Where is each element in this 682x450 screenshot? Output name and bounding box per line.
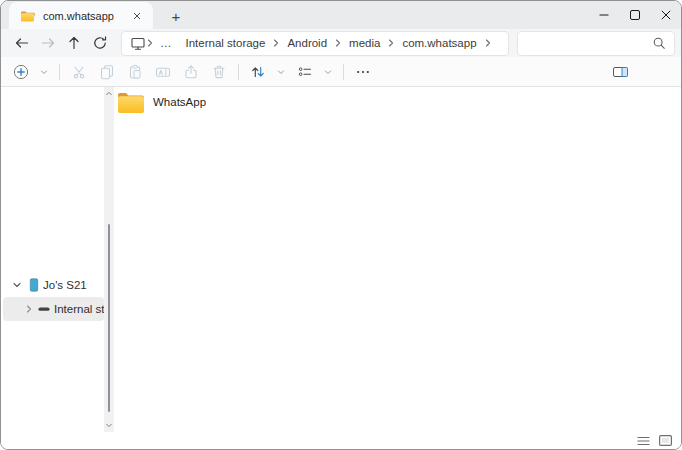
delete-button[interactable] (205, 60, 233, 84)
sidebar-scrollbar[interactable] (104, 87, 114, 432)
monitor-icon[interactable] (130, 36, 146, 51)
toolbar-separator (343, 64, 344, 80)
navigation-bar: … Internal storage Android media com.wha… (1, 29, 681, 57)
refresh-icon (92, 35, 108, 51)
rename-icon (155, 64, 171, 80)
folder-icon (20, 10, 35, 22)
new-button[interactable] (7, 60, 54, 84)
copy-button[interactable] (93, 60, 121, 84)
chevron-right-icon[interactable] (24, 304, 34, 314)
search-icon (652, 36, 666, 50)
view-options-icon (297, 64, 313, 80)
maximize-icon (630, 10, 640, 20)
new-plus-icon (13, 64, 29, 80)
chevron-right-icon (272, 38, 280, 48)
sort-icon (250, 64, 266, 80)
sort-button[interactable] (244, 60, 291, 84)
sidebar-item-internal-storage[interactable]: Internal storage (3, 297, 104, 321)
details-view-button[interactable] (637, 436, 650, 446)
chevron-right-icon (484, 38, 492, 48)
arrow-up-icon (66, 35, 82, 51)
rename-button[interactable] (149, 60, 177, 84)
file-list-pane: WhatsApp (104, 87, 681, 432)
minimize-icon (599, 10, 609, 20)
sidebar-item-device[interactable]: Jo's S21 (3, 273, 104, 297)
view-button[interactable] (291, 60, 338, 84)
window-controls (588, 1, 681, 29)
titlebar: com.whatsapp + (1, 1, 681, 29)
address-bar[interactable]: … Internal storage Android media com.wha… (121, 31, 509, 56)
details-view-icon (637, 436, 650, 446)
content-area: Jo's S21 Internal storage (1, 87, 681, 432)
scroll-down-icon[interactable] (106, 423, 112, 428)
close-icon (661, 10, 671, 20)
clipboard-icon (127, 64, 143, 80)
up-button[interactable] (61, 31, 87, 55)
breadcrumb-overflow[interactable]: … (154, 37, 179, 49)
chevron-right-icon (387, 38, 395, 48)
toolbar-separator (59, 64, 60, 80)
sidebar-item-label: Jo's S21 (43, 279, 87, 291)
phone-icon (29, 278, 39, 292)
file-item-label: WhatsApp (153, 96, 206, 108)
chevron-down-icon (40, 68, 48, 76)
tab-com-whatsapp[interactable]: com.whatsapp (9, 2, 153, 29)
scissors-icon (71, 64, 87, 80)
search-box[interactable] (517, 31, 675, 56)
arrow-right-icon (40, 35, 56, 51)
chevron-down-icon (277, 68, 285, 76)
breadcrumb-item-com-whatsapp[interactable]: com.whatsapp (395, 37, 483, 49)
details-pane-icon (612, 64, 629, 80)
share-button[interactable] (177, 60, 205, 84)
cut-button[interactable] (65, 60, 93, 84)
thumbnails-view-button[interactable] (659, 435, 672, 446)
command-toolbar (1, 57, 681, 87)
breadcrumb-item-media[interactable]: media (342, 37, 387, 49)
share-icon (183, 64, 199, 80)
copy-icon (99, 64, 115, 80)
tab-close-button[interactable] (128, 7, 145, 24)
chevron-right-icon (146, 38, 154, 48)
more-options-button[interactable] (349, 60, 377, 84)
new-tab-button[interactable]: + (163, 5, 189, 27)
back-button[interactable] (9, 31, 35, 55)
close-button[interactable] (650, 1, 681, 29)
ellipsis-icon (355, 64, 371, 80)
scroll-up-icon[interactable] (106, 91, 112, 96)
trash-icon (211, 64, 227, 80)
maximize-button[interactable] (619, 1, 650, 29)
arrow-left-icon (14, 35, 30, 51)
forward-button[interactable] (35, 31, 61, 55)
drive-icon (38, 303, 50, 315)
file-item-whatsapp[interactable]: WhatsApp (115, 90, 279, 115)
close-icon (133, 12, 141, 20)
search-input[interactable] (518, 37, 652, 49)
scrollbar-thumb[interactable] (108, 224, 111, 412)
breadcrumb-item-android[interactable]: Android (280, 37, 334, 49)
folder-icon (117, 91, 145, 114)
breadcrumb-item-internal-storage[interactable]: Internal storage (179, 37, 273, 49)
chevron-right-icon (334, 38, 342, 48)
thumbnails-view-icon (659, 435, 672, 446)
chevron-down-icon (324, 68, 332, 76)
minimize-button[interactable] (588, 1, 619, 29)
chevron-down-icon[interactable] (12, 280, 22, 290)
navigation-pane: Jo's S21 Internal storage (1, 87, 104, 432)
tab-title: com.whatsapp (43, 10, 128, 22)
toolbar-separator (238, 64, 239, 80)
refresh-button[interactable] (87, 31, 113, 55)
status-bar (1, 432, 681, 449)
file-explorer-window: com.whatsapp + (0, 0, 682, 450)
paste-button[interactable] (121, 60, 149, 84)
sidebar-item-label: Internal storage (54, 303, 104, 315)
details-pane-button[interactable] (606, 60, 635, 84)
